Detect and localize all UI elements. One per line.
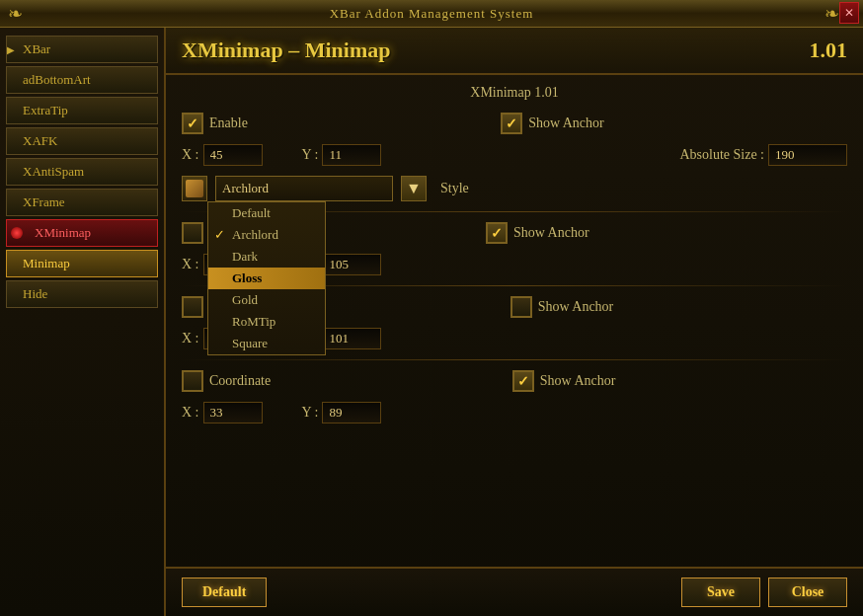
sidebar-item-adbottomArt[interactable]: adBottomArt: [6, 66, 158, 94]
sidebar-item-minimap[interactable]: Minimap: [6, 250, 158, 277]
enable-checkbox[interactable]: [182, 113, 203, 134]
coordinate-anchor-checkbox[interactable]: [512, 370, 534, 392]
style-dropdown[interactable]: Archlord: [215, 176, 393, 201]
zoom-anchor-checkbox-container[interactable]: Show Anchor: [486, 222, 589, 244]
y1-group: Y :: [302, 144, 382, 166]
style-icon-inner: [186, 180, 203, 197]
x1-group: X :: [182, 144, 263, 166]
maptime-y-input[interactable]: [322, 328, 381, 349]
title-bar: ❧ XBar Addon Management System ❧ ✕: [0, 0, 863, 28]
sidebar-item-label: adBottomArt: [17, 72, 91, 88]
zoom-checkbox[interactable]: [182, 222, 203, 244]
dropdown-item-gloss[interactable]: Gloss: [208, 268, 325, 289]
coordinate-y-group: Y :: [302, 402, 382, 424]
bottom-bar: Default Save Close: [166, 567, 863, 616]
dropdown-item-label: Default: [232, 205, 271, 220]
coordinates-row1: X : Y : Absolute Size :: [182, 144, 847, 166]
sidebar-item-xminimap[interactable]: XMinimap: [6, 219, 158, 247]
sidebar-item-label: XBar: [17, 41, 50, 57]
show-anchor1-label: Show Anchor: [528, 116, 604, 131]
maptime-anchor-container[interactable]: Show Anchor: [510, 296, 614, 318]
sidebar-item-label: ExtraTip: [17, 103, 68, 118]
main-layout: ▶ XBar adBottomArt ExtraTip XAFK XAntiSp…: [0, 28, 863, 616]
sidebar: ▶ XBar adBottomArt ExtraTip XAFK XAntiSp…: [0, 28, 166, 616]
sidebar-item-extratip[interactable]: ExtraTip: [6, 97, 158, 124]
dropdown-item-label: Gold: [232, 292, 258, 307]
maptime-x-label: X :: [182, 331, 199, 346]
y1-label: Y :: [302, 147, 319, 163]
content-header: XMinimap – Minimap 1.01: [166, 28, 863, 75]
sidebar-item-hide[interactable]: Hide: [6, 280, 158, 308]
dropdown-item-archlord[interactable]: Archlord: [208, 224, 325, 246]
btn-right-group: Save Close: [681, 578, 847, 607]
coordinate-anchor-container[interactable]: Show Anchor: [512, 370, 616, 392]
coordinate-x-input[interactable]: [203, 402, 263, 424]
zoom-x-label: X :: [182, 257, 199, 272]
dropdown-item-gold[interactable]: Gold: [208, 289, 325, 311]
version-label: 1.01: [810, 38, 848, 63]
dropdown-item-default[interactable]: Default: [208, 202, 325, 224]
sidebar-item-xbar[interactable]: ▶ XBar: [6, 36, 158, 63]
show-anchor1-checkbox-container[interactable]: Show Anchor: [501, 113, 604, 134]
dropdown-arrow-button[interactable]: ▼: [401, 176, 427, 201]
coordinate-anchor-label: Show Anchor: [540, 373, 616, 389]
page-title: XMinimap – Minimap: [182, 38, 390, 63]
sidebar-item-label: XMinimap: [17, 225, 91, 241]
dropdown-item-romtip[interactable]: RoMTip: [208, 311, 325, 333]
coordinate-row: Coordinate Show Anchor: [182, 370, 847, 392]
sidebar-item-label: XAFK: [17, 133, 57, 149]
coordinate-checkbox[interactable]: [182, 370, 203, 392]
maptime-anchor-checkbox[interactable]: [510, 296, 532, 318]
maptime-checkbox[interactable]: [182, 296, 203, 318]
sidebar-item-label: Hide: [17, 286, 47, 302]
enable-checkbox-container[interactable]: Enable: [182, 113, 248, 134]
arrow-icon: ▶: [7, 44, 15, 55]
ornament-right: ❧: [824, 3, 839, 25]
dropdown-item-label: Square: [232, 336, 268, 350]
sidebar-item-label: Minimap: [17, 256, 70, 271]
dropdown-item-label: RoMTip: [232, 314, 275, 329]
x1-input[interactable]: [203, 144, 263, 166]
close-button[interactable]: Close: [768, 578, 847, 607]
coordinate-y-input[interactable]: [322, 402, 381, 424]
sidebar-item-xframe[interactable]: XFrame: [6, 189, 158, 216]
sidebar-item-xantispam[interactable]: XAntiSpam: [6, 158, 158, 186]
coordinate-label: Coordinate: [209, 373, 271, 389]
zoom-anchor-checkbox[interactable]: [486, 222, 508, 244]
dropdown-item-label: Dark: [232, 249, 258, 264]
style-label: Style: [440, 181, 469, 196]
default-button[interactable]: Default: [182, 578, 267, 607]
enable-row: Enable Show Anchor: [182, 113, 847, 134]
content-body: XMinimap 1.01 Enable Show Anchor X :: [166, 75, 863, 443]
sidebar-item-label: XFrame: [17, 194, 65, 210]
show-anchor1-checkbox[interactable]: [501, 113, 522, 134]
enable-label: Enable: [209, 116, 248, 131]
style-icon: [182, 176, 207, 201]
abs-size-group: Absolute Size :: [679, 144, 847, 166]
coordinate-coords-row: X : Y :: [182, 402, 847, 424]
dropdown-item-dark[interactable]: Dark: [208, 246, 325, 268]
coordinate-x-label: X :: [182, 405, 199, 421]
style-row: Archlord ▼ Style Default Archlord Dark: [182, 176, 847, 201]
abs-size-label: Absolute Size :: [679, 147, 764, 163]
sidebar-item-xafk[interactable]: XAFK: [6, 127, 158, 155]
dropdown-item-label: Gloss: [232, 270, 262, 285]
maptime-anchor-label: Show Anchor: [538, 299, 614, 315]
section-title: XMinimap 1.01: [182, 85, 847, 101]
y1-input[interactable]: [322, 144, 381, 166]
ornament-left: ❧: [8, 3, 23, 25]
divider3: [182, 359, 847, 360]
sidebar-item-label: XAntiSpam: [17, 164, 84, 180]
zoom-anchor-label: Show Anchor: [513, 225, 589, 241]
style-dropdown-value: Archlord: [222, 181, 269, 196]
coordinate-x-group: X :: [182, 402, 263, 424]
dropdown-item-square[interactable]: Square: [208, 333, 325, 354]
title-bar-text: XBar Addon Management System: [330, 6, 534, 22]
coordinate-checkbox-container[interactable]: Coordinate: [182, 370, 271, 392]
x1-label: X :: [182, 147, 199, 163]
abs-size-input[interactable]: [768, 144, 847, 166]
dropdown-item-label: Archlord: [232, 227, 278, 242]
zoom-y-input[interactable]: [322, 254, 381, 275]
save-button[interactable]: Save: [681, 578, 760, 607]
window-close-button[interactable]: ✕: [839, 2, 859, 24]
